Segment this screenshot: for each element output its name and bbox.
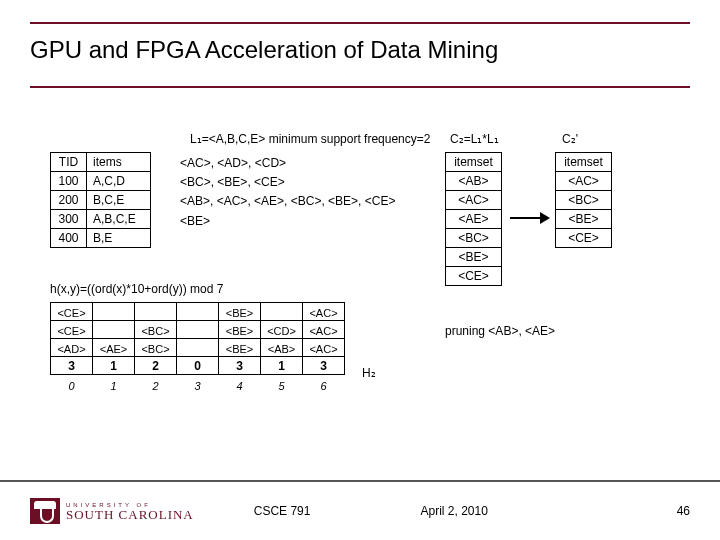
table-header: TID [51, 153, 87, 172]
c2-table: itemset <AB> <AC> <AE> <BC> <BE> <CE> [445, 152, 502, 286]
c2-label: C₂=L₁*L₁ [450, 132, 499, 146]
logo-main-text: SOUTH CAROLINA [66, 508, 194, 521]
list-item: <CE> [446, 267, 502, 286]
list-item: <AC> [446, 191, 502, 210]
h2-label: H₂ [362, 366, 376, 380]
list-item: <AC>, <AD>, <CD> [180, 154, 395, 173]
table-row: 400B,E [51, 229, 151, 248]
list-item: <BC>, <BE>, <CE> [180, 173, 395, 192]
hash-table: <CE><BE><AC> <CE><BC><BE><CD><AC> <AD><A… [50, 302, 345, 393]
c2-prime-table: itemset <AC> <BC> <BE> <CE> [555, 152, 612, 248]
candidate-pairs-list: <AC>, <AD>, <CD> <BC>, <BE>, <CE> <AB>, … [180, 154, 395, 231]
list-item: <CE> [556, 229, 612, 248]
pruning-label: pruning <AB>, <AE> [445, 324, 555, 338]
tid-table: TID items 100A,C,D 200B,C,E 300A,B,C,E 4… [50, 152, 151, 248]
list-item: <BE> [446, 248, 502, 267]
list-item: <AE> [446, 210, 502, 229]
page-number: 46 [677, 504, 690, 518]
list-item: <AC> [556, 172, 612, 191]
table-header: itemset [556, 153, 612, 172]
slide-top-rule [30, 22, 690, 24]
course-code: CSCE 791 [254, 504, 311, 518]
table-row: 200B,C,E [51, 191, 151, 210]
table-row: TID items [51, 153, 151, 172]
list-item: <BC> [556, 191, 612, 210]
slide-footer: UNIVERSITY OF SOUTH CAROLINA CSCE 791 Ap… [0, 480, 720, 540]
table-row: <AD><AE><BC><BE><AB><AC> [51, 339, 345, 357]
table-header: itemset [446, 153, 502, 172]
table-row: 300A,B,C,E [51, 210, 151, 229]
list-item: <BE> [556, 210, 612, 229]
figure-diagram: L₁=<A,B,C,E> minimum support frequency=2… [50, 132, 670, 450]
table-row: <CE><BC><BE><CD><AC> [51, 321, 345, 339]
university-logo-icon [30, 498, 60, 524]
list-item: <AB>, <AC>, <AE>, <BC>, <BE>, <CE> [180, 192, 395, 211]
l1-label: L₁=<A,B,C,E> minimum support frequency=2 [190, 132, 430, 146]
slide-date: April 2, 2010 [420, 504, 487, 518]
list-item: <AB> [446, 172, 502, 191]
slide-title-underline [30, 86, 690, 88]
university-logo: UNIVERSITY OF SOUTH CAROLINA [30, 498, 194, 524]
list-item: <BE> [180, 212, 395, 231]
table-row: 3120313 [51, 357, 345, 375]
table-row: 0123456 [51, 375, 345, 393]
slide-title: GPU and FPGA Acceleration of Data Mining [30, 36, 690, 64]
table-row: 100A,C,D [51, 172, 151, 191]
list-item: <BC> [446, 229, 502, 248]
hash-function-label: h(x,y)=((ord(x)*10+ord(y)) mod 7 [50, 282, 223, 296]
table-row: <CE><BE><AC> [51, 303, 345, 321]
c2-prime-label: C₂' [562, 132, 578, 146]
table-header: items [87, 153, 151, 172]
